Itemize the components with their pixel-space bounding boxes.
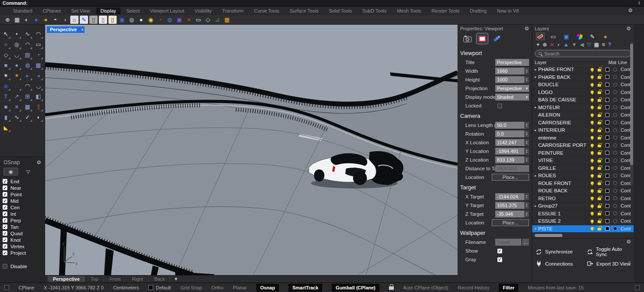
lock-icon[interactable] <box>598 228 601 230</box>
status-item[interactable]: CPlane <box>19 285 34 290</box>
visibility-bulb-icon[interactable] <box>591 159 594 162</box>
status-item[interactable]: Filter <box>499 284 518 292</box>
spinner[interactable]: ▲▼ <box>524 211 529 217</box>
viewport-tab[interactable]: Back <box>149 276 170 282</box>
quad-sphere-icon[interactable]: ◔ <box>156 16 164 24</box>
layer-row[interactable]: AILERON Cont <box>532 111 634 119</box>
menu-item[interactable]: Standard <box>9 7 37 14</box>
lens-length-field[interactable]: 50.0▲▼ <box>495 122 529 129</box>
status-item[interactable]: Record History <box>458 285 490 290</box>
tab-display-icon[interactable]: ▭ <box>549 33 557 40</box>
fence-tool[interactable]: ≡ <box>12 102 22 112</box>
layer-color-swatch[interactable] <box>605 113 609 117</box>
polygon-tool[interactable]: ◇ <box>1 50 11 60</box>
checkbox-icon[interactable]: ✓ <box>3 205 7 210</box>
blend-curve-tool[interactable]: ◠ <box>23 81 33 91</box>
lock-icon[interactable] <box>598 114 601 117</box>
viewport-menu-arrow[interactable]: ▾ <box>80 26 85 33</box>
ellipse-tool[interactable]: ◎ <box>12 39 22 49</box>
dimension-tool[interactable]: ↗ <box>12 91 22 101</box>
capsule-b-icon[interactable]: ▯ <box>99 16 107 24</box>
lock-icon[interactable] <box>598 190 601 193</box>
linetype-label[interactable]: Cont <box>621 226 632 231</box>
command-prompt[interactable]: Command: <box>3 0 27 6</box>
cplane-globe-icon[interactable]: ⊕ <box>3 16 12 24</box>
pointcloud-tool[interactable]: ∴ <box>12 81 22 91</box>
wirebox-icon[interactable]: ◇ <box>204 16 212 24</box>
material-circle[interactable] <box>613 128 617 132</box>
gizmo-icon[interactable]: ⊿ <box>213 16 222 24</box>
layer-row[interactable]: BAS DE CAISSE Cont <box>532 96 634 104</box>
lock-icon[interactable] <box>598 145 601 147</box>
visibility-bulb-icon[interactable] <box>591 144 594 147</box>
expander-icon[interactable]: ▸ <box>535 128 538 132</box>
layer-row[interactable]: ▸ PHARE FRONT Cont <box>532 66 634 74</box>
curve-tool[interactable]: ∿ <box>23 29 33 39</box>
z-location-field[interactable]: 833.139▲▼ <box>495 156 529 163</box>
checkbox-icon[interactable] <box>3 264 7 269</box>
linetype-label[interactable]: Cont <box>621 211 632 216</box>
properties-gear-icon[interactable]: ⚙ <box>524 26 529 31</box>
more-buttons-chevron[interactable]: » <box>628 260 630 264</box>
lock-icon[interactable] <box>598 152 601 155</box>
menu-item[interactable]: Surface Tools <box>285 7 323 14</box>
lock-icon[interactable] <box>598 182 601 185</box>
osnap-option[interactable]: ✓ Mid <box>3 198 42 204</box>
tab-materials-icon[interactable]: ✎ <box>588 33 596 40</box>
layer-color-swatch[interactable] <box>605 211 609 215</box>
material-circle[interactable] <box>613 227 617 230</box>
layer-color-swatch[interactable] <box>605 151 609 155</box>
material-circle[interactable] <box>613 159 617 162</box>
sketch-view-icon[interactable]: ✎ <box>80 16 88 24</box>
layers-gear-icon[interactable]: ⚙ <box>626 26 631 31</box>
lock-icon[interactable] <box>598 130 601 132</box>
export-3d-view-button[interactable]: Export 3D View <box>587 260 632 267</box>
patch-tool[interactable]: ◔ <box>33 50 43 60</box>
status-item[interactable]: Default <box>148 285 171 290</box>
rotation-field[interactable]: 0.0▲▼ <box>495 130 529 137</box>
osnap-option[interactable]: ✓ Near <box>3 185 42 191</box>
layer-row[interactable]: LOGO Cont <box>532 89 634 97</box>
osnap-option[interactable]: ✓ Int <box>3 211 42 217</box>
material-circle[interactable] <box>613 166 617 170</box>
osnap-tab[interactable]: ◉ <box>3 168 18 175</box>
sync-panel-gear-icon[interactable]: ⚙ <box>626 239 631 244</box>
linetype-label[interactable]: Cont <box>621 203 632 208</box>
quarter-sphere-icon[interactable]: ◓ <box>51 16 59 24</box>
checkbox-icon[interactable]: ✓ <box>3 198 7 203</box>
osnap-option[interactable]: ✓ Perp <box>3 217 42 224</box>
locked-checkbox[interactable] <box>497 104 502 108</box>
check-tool[interactable]: ✓ <box>23 112 33 122</box>
layer-row[interactable]: ▸ PISTE Cont <box>532 225 634 233</box>
status-item[interactable]: Ortho <box>212 285 224 290</box>
checkbox-icon[interactable]: ✓ <box>3 185 7 190</box>
new-layer-button[interactable]: + <box>536 42 539 48</box>
menu-item[interactable]: Transform <box>218 7 248 14</box>
layers-vertical-scrollbar[interactable] <box>630 42 633 185</box>
visibility-bulb-icon[interactable] <box>591 197 594 200</box>
material-circle[interactable] <box>613 189 617 193</box>
expander-icon[interactable]: ▸ <box>535 75 538 79</box>
list-view-button[interactable]: ≡ <box>602 42 605 48</box>
match-layer-button[interactable]: ◐ <box>557 42 560 48</box>
status-item[interactable]: Auto CPlane (Object) <box>403 285 448 290</box>
layer-color-swatch[interactable] <box>605 166 609 170</box>
menu-item[interactable]: Select <box>122 7 144 14</box>
toggle-auto-sync-button[interactable]: Toggle Auto Sync <box>587 247 632 257</box>
menu-item[interactable]: Set View <box>67 7 94 14</box>
status-item[interactable]: Minutes from last save: 15 <box>528 285 583 290</box>
material-circle[interactable] <box>613 181 617 185</box>
viewport-canvas[interactable]: z y x Perspective ▾ <box>45 25 458 275</box>
ghost-sphere-icon[interactable]: ◑ <box>61 16 69 24</box>
menu-item[interactable]: CPlanes <box>39 7 65 14</box>
wallpaper-gray-checkbox[interactable]: ✓ <box>497 257 502 262</box>
menu-item[interactable]: Render Tools <box>427 7 464 14</box>
checkbox-icon[interactable]: ✓ <box>3 244 7 249</box>
spinner[interactable]: ▲▼ <box>524 148 529 155</box>
point-tool[interactable]: • <box>12 29 22 39</box>
object-properties-tab[interactable] <box>491 33 503 44</box>
spinner[interactable]: ▲▼ <box>524 193 529 200</box>
viewport-tab[interactable]: Front <box>105 276 127 282</box>
layer-color-swatch[interactable] <box>605 136 609 140</box>
visibility-bulb-icon[interactable] <box>591 227 594 230</box>
